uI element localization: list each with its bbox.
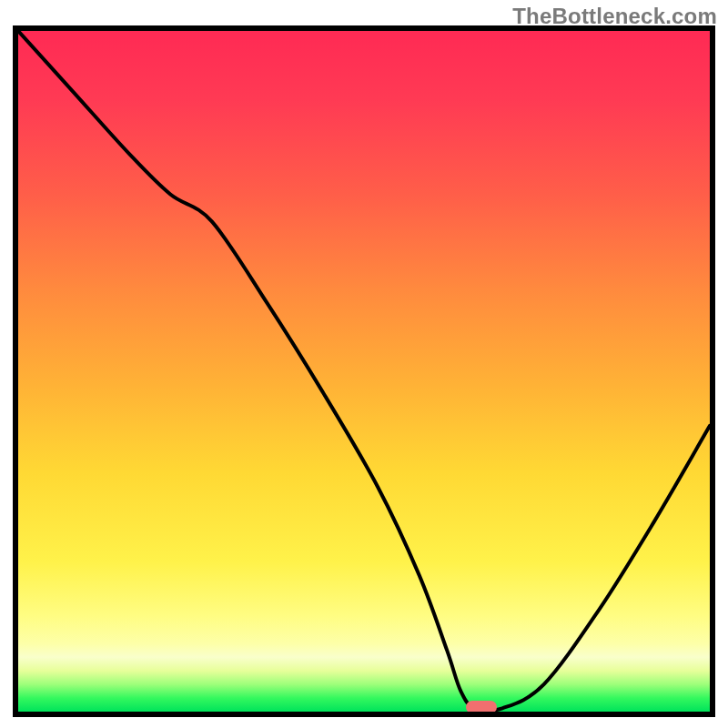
- bottleneck-curve: [18, 31, 710, 712]
- watermark-text: TheBottleneck.com: [512, 4, 717, 29]
- minimum-marker: [466, 701, 497, 713]
- chart-frame: [13, 25, 715, 717]
- curve-path: [18, 31, 710, 711]
